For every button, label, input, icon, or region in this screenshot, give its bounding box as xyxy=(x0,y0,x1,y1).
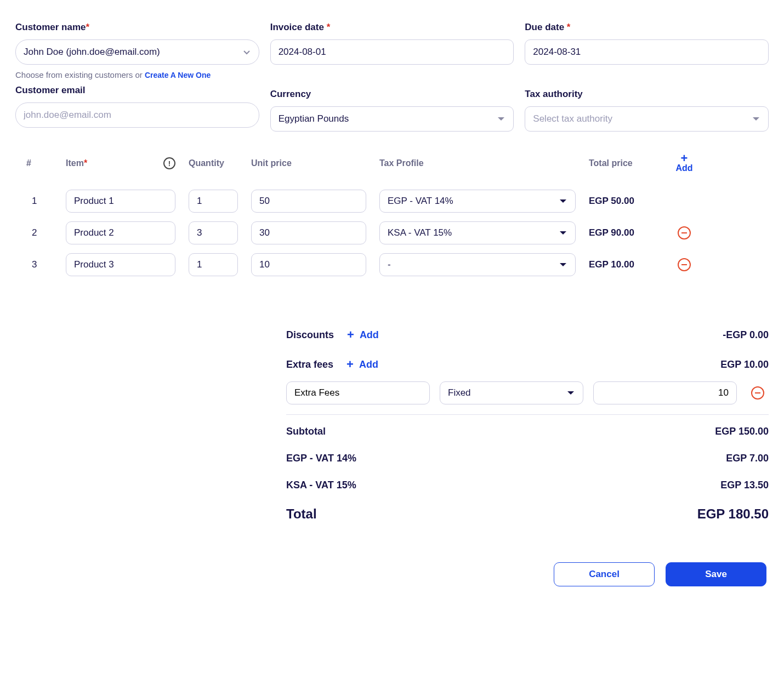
create-customer-link[interactable]: Create A New One xyxy=(145,71,211,79)
extra-fee-type-select[interactable]: Fixed xyxy=(440,381,583,404)
table-row: 3 - EGP 10.00 xyxy=(26,253,769,276)
due-date-label: Due date * xyxy=(525,22,769,33)
svg-marker-2 xyxy=(560,199,566,203)
remove-extra-fee-button[interactable] xyxy=(751,386,764,400)
extra-fee-amount-input[interactable] xyxy=(593,381,737,404)
chevron-down-icon xyxy=(497,115,505,123)
subtotal-value: EGP 150.00 xyxy=(715,426,769,437)
row-number: 2 xyxy=(26,227,53,238)
col-unit-price: Unit price xyxy=(251,158,366,168)
item-unit-price-input[interactable] xyxy=(251,221,366,244)
col-num: # xyxy=(26,158,53,168)
info-icon[interactable]: ! xyxy=(163,157,175,169)
chevron-down-icon xyxy=(242,48,251,56)
chevron-down-icon xyxy=(752,115,760,123)
svg-marker-1 xyxy=(753,117,759,121)
tax-authority-placeholder: Select tax authority xyxy=(533,113,612,124)
svg-marker-3 xyxy=(560,231,566,235)
remove-item-button[interactable] xyxy=(678,258,691,271)
chevron-down-icon xyxy=(566,389,575,397)
item-qty-input[interactable] xyxy=(189,253,238,276)
item-tax-select[interactable]: - xyxy=(379,253,576,276)
extra-fees-label: Extra fees xyxy=(286,359,333,370)
chevron-down-icon xyxy=(559,260,567,269)
item-total: EGP 50.00 xyxy=(589,196,655,207)
svg-marker-4 xyxy=(560,263,566,266)
item-unit-price-input[interactable] xyxy=(251,190,366,213)
tax-line-label: KSA - VAT 15% xyxy=(286,480,356,491)
invoice-date-input[interactable] xyxy=(270,39,514,65)
total-label: Total xyxy=(286,506,317,522)
customer-email-input[interactable] xyxy=(15,102,259,128)
add-extra-fee-button[interactable]: +Add xyxy=(346,357,378,372)
total-value: EGP 180.50 xyxy=(697,506,769,522)
item-tax-select[interactable]: EGP - VAT 14% xyxy=(379,190,576,213)
col-item: Item* ! xyxy=(66,157,175,169)
due-date-input[interactable] xyxy=(525,39,769,65)
col-total-price: Total price xyxy=(589,158,655,168)
table-row: 1 EGP - VAT 14% EGP 50.00 xyxy=(26,190,769,213)
chevron-down-icon xyxy=(559,197,567,206)
svg-marker-0 xyxy=(498,117,504,121)
discounts-value: -EGP 0.00 xyxy=(723,329,769,341)
currency-select[interactable]: Egyptian Pounds xyxy=(270,106,514,132)
item-unit-price-input[interactable] xyxy=(251,253,366,276)
item-total: EGP 10.00 xyxy=(589,259,655,270)
tax-line-label: EGP - VAT 14% xyxy=(286,453,356,464)
tax-authority-select[interactable]: Select tax authority xyxy=(525,106,769,132)
svg-marker-5 xyxy=(567,391,574,395)
discounts-label: Discounts xyxy=(286,329,334,341)
tax-authority-label: Tax authority xyxy=(525,89,769,100)
cancel-button[interactable]: Cancel xyxy=(554,562,655,586)
table-row: 2 KSA - VAT 15% EGP 90.00 xyxy=(26,221,769,244)
row-number: 3 xyxy=(26,259,53,270)
tax-line-value: EGP 13.50 xyxy=(720,480,769,491)
col-tax-profile: Tax Profile xyxy=(379,158,576,168)
save-button[interactable]: Save xyxy=(666,562,766,586)
subtotal-label: Subtotal xyxy=(286,426,326,437)
item-qty-input[interactable] xyxy=(189,221,238,244)
item-name-input[interactable] xyxy=(66,253,175,276)
customer-hint: Choose from existing customers or Create… xyxy=(15,70,259,79)
tax-line-value: EGP 7.00 xyxy=(726,453,769,464)
extra-fees-value: EGP 10.00 xyxy=(720,359,769,370)
item-qty-input[interactable] xyxy=(189,190,238,213)
remove-item-button[interactable] xyxy=(678,226,691,239)
add-discount-button[interactable]: +Add xyxy=(347,328,379,342)
extra-fee-name-input[interactable] xyxy=(286,381,430,404)
item-total: EGP 90.00 xyxy=(589,227,655,238)
customer-email-label: Customer email xyxy=(15,85,259,96)
currency-label: Currency xyxy=(270,89,514,100)
item-name-input[interactable] xyxy=(66,221,175,244)
customer-name-value: John Doe (john.doe@email.com) xyxy=(24,47,160,58)
item-tax-select[interactable]: KSA - VAT 15% xyxy=(379,221,576,244)
customer-name-label: Customer name* xyxy=(15,22,259,33)
add-item-button[interactable]: +Add xyxy=(668,153,701,173)
col-quantity: Quantity xyxy=(189,158,238,168)
row-number: 1 xyxy=(26,196,53,207)
chevron-down-icon xyxy=(559,229,567,237)
invoice-date-label: Invoice date * xyxy=(270,22,514,33)
currency-value: Egyptian Pounds xyxy=(279,113,349,124)
customer-name-select[interactable]: John Doe (john.doe@email.com) xyxy=(15,39,259,65)
item-name-input[interactable] xyxy=(66,190,175,213)
